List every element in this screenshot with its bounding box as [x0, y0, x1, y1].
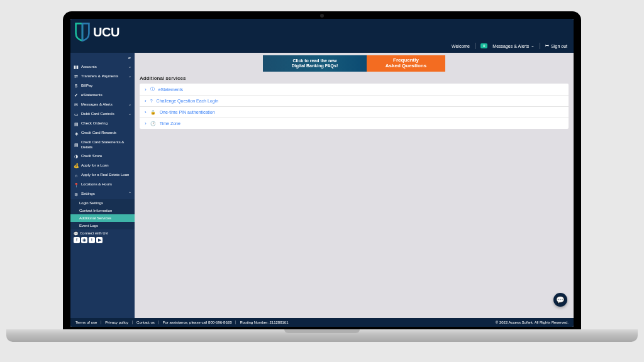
- sidebar-item-credit-card-rewards[interactable]: ◈Credit Card Rewards: [70, 129, 135, 138]
- info-icon: ⓘ: [150, 86, 155, 92]
- laptop-frame: UCU Welcome 0 Messages & Alerts ⌄ ↦ Sign…: [63, 11, 581, 332]
- footer-copyright: © 2022 Access Softek. All Rights Reserve…: [496, 321, 569, 324]
- sidebar-item-accounts[interactable]: ▮▮Accounts⌄: [70, 62, 135, 72]
- messages-alerts-link[interactable]: Messages & Alerts ⌄: [492, 43, 535, 48]
- sidebar-item-label: Settings: [81, 192, 126, 197]
- footer-link[interactable]: Routing Number: 211288161: [240, 321, 288, 324]
- sidebar-item-label: Locations & Hours: [81, 182, 131, 187]
- section-title: Additional services: [135, 75, 574, 84]
- gauge-icon: ◑: [74, 153, 79, 159]
- tag-icon: ◈: [74, 131, 79, 136]
- sidebar-item-estatements[interactable]: ✔eStatements: [70, 90, 135, 100]
- sidebar-item-label: Messages & Alerts: [81, 102, 126, 107]
- camera-dot: [320, 14, 324, 18]
- chat-icon: 💬: [74, 231, 78, 236]
- signout-icon: ↦: [545, 43, 549, 48]
- sidebar-item-label: Credit Score: [81, 154, 131, 159]
- check-icon: ✔: [74, 92, 79, 98]
- service-row-estatements[interactable]: ›ⓘeStatements: [140, 84, 569, 96]
- chevron-right-icon: ›: [145, 121, 147, 126]
- welcome-text: Welcome: [452, 44, 470, 48]
- sidebar-item-label: BillPay: [81, 84, 131, 89]
- sidebar-sub-additional-services[interactable]: Additional Services: [70, 214, 135, 222]
- sidebar-item-label: Transfers & Payments: [81, 74, 126, 79]
- facebook-icon[interactable]: f: [74, 237, 80, 243]
- chevron-up-icon: ⌃: [128, 192, 131, 197]
- divider: [475, 43, 475, 49]
- sign-out-link[interactable]: ↦ Sign out: [545, 43, 567, 48]
- sidebar-item-credit-score[interactable]: ◑Credit Score: [70, 151, 135, 161]
- shield-icon: [74, 23, 91, 41]
- sidebar-item-label: Apply for a Real Estate Loan: [81, 173, 131, 178]
- home-icon: ⌂: [74, 173, 79, 178]
- sidebar-sub-event-logs[interactable]: Event Logs: [70, 222, 135, 229]
- sidebar: « ▮▮Accounts⌄⇄Transfers & Payments⌄$Bill…: [70, 53, 135, 318]
- sidebar-item-transfers-payments[interactable]: ⇄Transfers & Payments⌄: [70, 72, 135, 81]
- brand-name: UCU: [93, 25, 119, 40]
- lock-icon: 🔒: [150, 110, 156, 115]
- divider: [540, 43, 540, 49]
- chevron-right-icon: ›: [145, 87, 147, 92]
- sidebar-item-billpay[interactable]: $BillPay: [70, 81, 135, 90]
- service-row-label: eStatements: [158, 87, 183, 92]
- sidebar-item-credit-card-statements-details[interactable]: ▤Credit Card Statements & Details: [70, 138, 135, 152]
- sidebar-item-settings[interactable]: ⚙Settings⌃: [70, 190, 135, 199]
- chevron-right-icon: ›: [145, 98, 147, 104]
- alerts-badge[interactable]: 0: [480, 43, 487, 48]
- banner-line1: Click to read the new: [292, 58, 336, 63]
- twitter-icon[interactable]: t: [89, 237, 95, 243]
- sidebar-item-apply-for-a-loan[interactable]: 💰Apply for a Loan: [70, 161, 135, 170]
- footer-link[interactable]: Privacy policy: [105, 321, 133, 324]
- sidebar-item-label: Check Ordering: [81, 121, 131, 126]
- chevron-right-icon: ›: [145, 109, 147, 115]
- clock-icon: 🕐: [150, 121, 156, 126]
- connect-label: Connect with Us!: [80, 231, 108, 235]
- connect-block: 💬 Connect with Us! f ◉ t ▶: [70, 229, 135, 245]
- faq-banner[interactable]: Click to read the new Digital Banking FA…: [263, 55, 445, 72]
- brand-logo[interactable]: UCU: [74, 23, 119, 41]
- signout-label: Sign out: [551, 44, 567, 48]
- sidebar-sub-login-settings[interactable]: Login Settings: [70, 199, 135, 207]
- money-icon: 💰: [74, 163, 79, 168]
- sidebar-item-label: Debit Card Controls: [81, 112, 126, 117]
- chevron-down-icon: ⌄: [128, 65, 131, 70]
- sidebar-item-locations-hours[interactable]: 📍Locations & Hours: [70, 180, 135, 190]
- instagram-icon[interactable]: ◉: [81, 237, 87, 243]
- sidebar-item-label: Credit Card Rewards: [81, 131, 131, 136]
- mail-icon: ✉: [74, 102, 79, 107]
- top-bar-right: Welcome 0 Messages & Alerts ⌄ ↦ Sign out: [452, 43, 567, 49]
- banner-right2: Asked Questions: [386, 63, 426, 69]
- card-icon: ▭: [74, 111, 79, 117]
- laptop-notch: [284, 329, 360, 333]
- footer-link[interactable]: Contact us: [136, 321, 159, 324]
- gear-icon: ⚙: [74, 192, 79, 197]
- service-row-label: Challenge Question Each Login: [157, 99, 218, 103]
- footer: Terms of usePrivacy policyContact usFor …: [70, 318, 574, 327]
- service-row-one-time-pin-authentication[interactable]: ›🔒One-time PIN authentication: [140, 107, 569, 118]
- transfers-icon: ⇄: [74, 74, 79, 79]
- sidebar-item-messages-alerts[interactable]: ✉Messages & Alerts⌄: [70, 100, 135, 109]
- app-screen: UCU Welcome 0 Messages & Alerts ⌄ ↦ Sign…: [70, 19, 574, 327]
- pin-icon: 📍: [74, 182, 79, 188]
- sidebar-item-label: Accounts: [81, 65, 126, 70]
- service-row-challenge-question-each-login[interactable]: ›?Challenge Question Each Login: [140, 96, 569, 107]
- sidebar-sub-contact-information[interactable]: Contact Information: [70, 207, 135, 214]
- sidebar-item-check-ordering[interactable]: ▤Check Ordering: [70, 119, 135, 129]
- chat-fab[interactable]: 💬: [553, 293, 567, 307]
- services-panel: ›ⓘeStatements›?Challenge Question Each L…: [140, 84, 569, 129]
- collapse-sidebar-button[interactable]: «: [70, 53, 135, 62]
- sidebar-item-label: Apply for a Loan: [81, 163, 131, 168]
- banner-right: Frequently Asked Questions: [367, 55, 445, 72]
- service-row-time-zone[interactable]: ›🕐Time Zone: [140, 118, 569, 129]
- youtube-icon[interactable]: ▶: [96, 237, 103, 243]
- sidebar-item-debit-card-controls[interactable]: ▭Debit Card Controls⌄: [70, 109, 135, 119]
- footer-link[interactable]: Terms of use: [75, 321, 101, 324]
- chat-bubble-icon: 💬: [556, 296, 565, 304]
- banner-line2: Digital Banking FAQs!: [292, 63, 338, 69]
- dollar-icon: $: [74, 83, 79, 89]
- service-row-label: One-time PIN authentication: [160, 110, 215, 114]
- footer-link[interactable]: For assistance, please call 800-696-8628: [163, 321, 236, 324]
- file-icon: ▤: [74, 121, 79, 127]
- sidebar-item-apply-for-a-real-estate-loan[interactable]: ⌂Apply for a Real Estate Loan: [70, 171, 135, 180]
- question-icon: ?: [150, 99, 153, 103]
